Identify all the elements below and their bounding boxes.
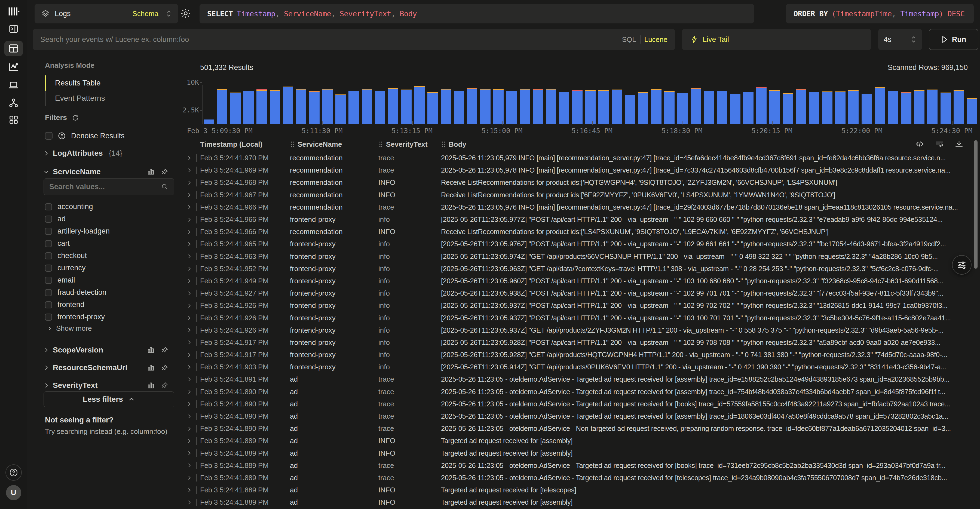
download-icon[interactable] — [955, 139, 964, 149]
collapse-sidebar-button[interactable] — [4, 21, 23, 37]
service-filter-option[interactable]: email — [45, 274, 170, 286]
row-expand-chevron[interactable] — [186, 180, 192, 186]
table-row[interactable]: Feb 3 5:24:41.963 PM frontend-proxy info… — [180, 250, 980, 262]
table-row[interactable]: Feb 3 5:24:41.903 PM frontend-proxy info… — [180, 361, 980, 373]
row-expand-chevron[interactable] — [186, 241, 192, 247]
row-expand-chevron[interactable] — [186, 450, 192, 456]
denoise-results-toggle[interactable]: Denoise Results — [45, 132, 125, 140]
row-expand-chevron[interactable] — [186, 266, 192, 272]
gear-icon[interactable] — [180, 8, 192, 20]
row-expand-chevron[interactable] — [186, 290, 192, 296]
row-expand-chevron[interactable] — [186, 475, 192, 481]
run-button[interactable]: Run — [929, 29, 978, 50]
help-button[interactable] — [5, 464, 22, 481]
table-row[interactable]: Feb 3 5:24:41.889 PM ad trace 2025-05-26… — [180, 472, 980, 484]
less-filters-button[interactable]: Less filters — [43, 391, 174, 407]
checkbox[interactable] — [45, 228, 52, 235]
vertical-scrollbar-thumb[interactable] — [974, 140, 978, 269]
table-row[interactable]: Feb 3 5:24:41.952 PM frontend-proxy info… — [180, 262, 980, 275]
event-search-input[interactable]: Search your events w/ Lucene ex. column:… — [33, 29, 675, 50]
table-row[interactable]: Feb 3 5:24:41.970 PM recommendation trac… — [180, 152, 980, 164]
checkbox[interactable] — [45, 216, 52, 223]
row-expand-chevron[interactable] — [186, 352, 192, 358]
denoise-checkbox[interactable] — [45, 132, 52, 140]
filter-group-scopeversion[interactable]: ScopeVersion — [43, 341, 168, 359]
row-expand-chevron[interactable] — [186, 377, 192, 382]
table-row[interactable]: Feb 3 5:24:41.889 PM ad trace 2025-05-26… — [180, 460, 980, 472]
table-row[interactable]: Feb 3 5:24:41.889 PM ad INFO Targeted ad… — [180, 484, 980, 496]
checkbox[interactable] — [45, 313, 52, 321]
table-row[interactable]: Feb 3 5:24:41.889 PM ad INFO Targeted ad… — [180, 496, 980, 509]
checkbox[interactable] — [45, 277, 52, 284]
source-selector[interactable]: Logs Schema — [35, 4, 178, 24]
table-row[interactable]: Feb 3 5:24:41.968 PM recommendation INFO… — [180, 177, 980, 189]
service-filter-option[interactable]: currency — [45, 262, 170, 274]
app-logo[interactable] — [4, 4, 23, 19]
table-row[interactable]: Feb 3 5:24:41.949 PM frontend-proxy info… — [180, 275, 980, 287]
chart-group-icon[interactable] — [147, 382, 154, 389]
events-histogram[interactable]: 10K2.5K — [203, 80, 977, 124]
checkbox[interactable] — [45, 301, 52, 309]
rail-item-chart-explorer[interactable] — [4, 59, 23, 75]
table-row[interactable]: Feb 3 5:24:41.889 PM ad INFO Targeted ad… — [180, 447, 980, 460]
table-row[interactable]: Feb 3 5:24:41.917 PM frontend-proxy info… — [180, 349, 980, 361]
row-expand-chevron[interactable] — [186, 463, 192, 468]
refresh-interval-select[interactable]: 4s — [878, 29, 922, 50]
pin-icon[interactable] — [161, 168, 168, 176]
row-expand-chevron[interactable] — [186, 438, 192, 444]
row-expand-chevron[interactable] — [186, 364, 192, 370]
row-expand-chevron[interactable] — [186, 389, 192, 394]
table-row[interactable]: Feb 3 5:24:41.889 PM ad INFO Targeted ad… — [180, 435, 980, 447]
sql-mode-toggle[interactable]: SQL — [622, 35, 636, 44]
column-header-severitytext[interactable]: SeverityText — [379, 140, 441, 149]
drag-handle-icon[interactable] — [441, 141, 446, 148]
row-expand-chevron[interactable] — [186, 204, 192, 210]
chart-group-icon[interactable] — [147, 168, 154, 176]
table-row[interactable]: Feb 3 5:24:41.966 PM frontend-proxy info… — [180, 213, 980, 226]
row-expand-chevron[interactable] — [186, 192, 192, 198]
checkbox[interactable] — [45, 264, 52, 272]
service-filter-option[interactable]: artillery-loadgen — [45, 225, 170, 237]
display-settings-fab[interactable] — [952, 255, 972, 275]
show-more-button[interactable]: Show more — [47, 324, 92, 332]
row-expand-chevron[interactable] — [186, 278, 192, 284]
table-row[interactable]: Feb 3 5:24:41.891 PM ad trace 2025-05-26… — [180, 373, 980, 385]
schema-mode-label[interactable]: Schema — [132, 10, 158, 18]
filter-group-logattributes[interactable]: LogAttributes {14} — [43, 149, 168, 157]
rail-item-client-sessions[interactable] — [4, 77, 23, 92]
row-expand-chevron[interactable] — [186, 499, 192, 506]
service-filter-option[interactable]: frontend — [45, 299, 170, 311]
select-clause-editor[interactable]: SELECT Timestamp, ServiceName, SeverityT… — [200, 4, 754, 24]
table-row[interactable]: Feb 3 5:24:41.969 PM recommendation trac… — [180, 164, 980, 177]
row-expand-chevron[interactable] — [186, 229, 192, 235]
table-row[interactable]: Feb 3 5:24:41.926 PM frontend-proxy info… — [180, 312, 980, 324]
row-expand-chevron[interactable] — [186, 303, 192, 309]
pin-icon[interactable] — [161, 364, 168, 372]
wrap-lines-icon[interactable] — [935, 139, 944, 149]
rail-item-services[interactable] — [4, 95, 23, 110]
checkbox[interactable] — [45, 289, 52, 296]
row-expand-chevron[interactable] — [186, 339, 192, 345]
table-row[interactable]: Feb 3 5:24:41.890 PM ad trace 2025-05-26… — [180, 422, 980, 435]
table-row[interactable]: Feb 3 5:24:41.966 PM recommendation trac… — [180, 201, 980, 213]
user-avatar[interactable]: U — [6, 485, 21, 500]
table-row[interactable]: Feb 3 5:24:41.927 PM frontend-proxy info… — [180, 287, 980, 299]
search-values-input[interactable]: Search values... — [43, 178, 174, 195]
chart-group-icon[interactable] — [147, 364, 154, 372]
table-row[interactable]: Feb 3 5:24:41.917 PM frontend-proxy info… — [180, 336, 980, 349]
lucene-mode-toggle[interactable]: Lucene — [644, 35, 668, 44]
row-expand-chevron[interactable] — [186, 167, 192, 173]
column-header-timestamp[interactable]: Timestamp (Local) — [200, 140, 290, 149]
row-expand-chevron[interactable] — [186, 217, 192, 223]
filter-group-servicename[interactable]: ServiceName — [43, 167, 168, 176]
column-header-servicename[interactable]: ServiceName — [290, 140, 379, 149]
code-icon[interactable] — [915, 139, 924, 149]
checkbox[interactable] — [45, 252, 52, 259]
table-row[interactable]: Feb 3 5:24:41.926 PM frontend-proxy info… — [180, 299, 980, 312]
drag-handle-icon[interactable] — [290, 141, 295, 148]
service-filter-option[interactable]: cart — [45, 237, 170, 250]
table-row[interactable]: Feb 3 5:24:41.890 PM ad trace 2025-05-26… — [180, 398, 980, 410]
row-expand-chevron[interactable] — [186, 253, 192, 259]
row-expand-chevron[interactable] — [186, 487, 192, 493]
row-expand-chevron[interactable] — [186, 327, 192, 333]
